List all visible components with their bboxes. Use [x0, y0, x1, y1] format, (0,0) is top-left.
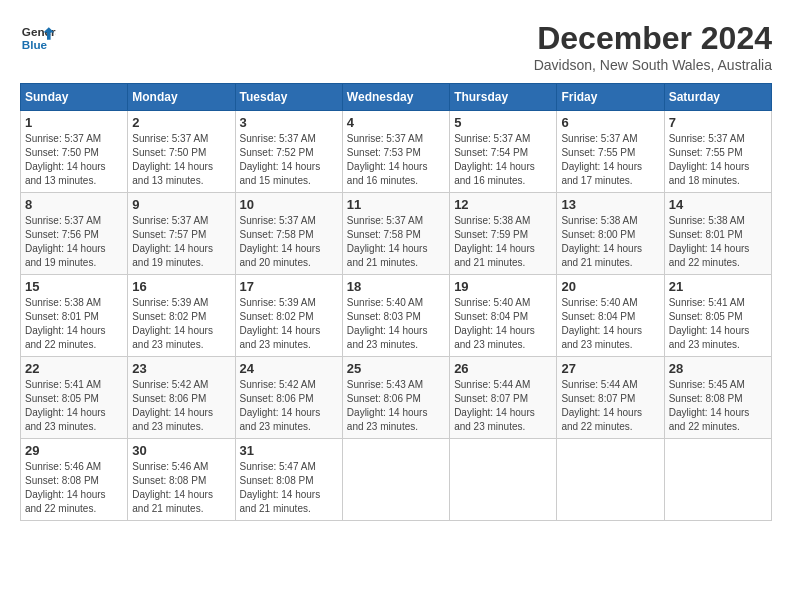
calendar-cell: [557, 439, 664, 521]
header: General Blue December 2024 Davidson, New…: [20, 20, 772, 73]
calendar-header-row: Sunday Monday Tuesday Wednesday Thursday…: [21, 84, 772, 111]
day-info: Sunrise: 5:37 AMSunset: 7:58 PMDaylight:…: [240, 214, 338, 270]
day-number: 11: [347, 197, 445, 212]
day-number: 28: [669, 361, 767, 376]
header-sunday: Sunday: [21, 84, 128, 111]
calendar-cell: 5 Sunrise: 5:37 AMSunset: 7:54 PMDayligh…: [450, 111, 557, 193]
day-info: Sunrise: 5:37 AMSunset: 7:55 PMDaylight:…: [669, 132, 767, 188]
day-info: Sunrise: 5:37 AMSunset: 7:55 PMDaylight:…: [561, 132, 659, 188]
day-number: 12: [454, 197, 552, 212]
calendar-cell: 4 Sunrise: 5:37 AMSunset: 7:53 PMDayligh…: [342, 111, 449, 193]
header-friday: Friday: [557, 84, 664, 111]
day-info: Sunrise: 5:40 AMSunset: 8:04 PMDaylight:…: [561, 296, 659, 352]
calendar-table: Sunday Monday Tuesday Wednesday Thursday…: [20, 83, 772, 521]
calendar-cell: 1 Sunrise: 5:37 AMSunset: 7:50 PMDayligh…: [21, 111, 128, 193]
day-number: 7: [669, 115, 767, 130]
day-number: 24: [240, 361, 338, 376]
day-number: 23: [132, 361, 230, 376]
calendar-cell: 22 Sunrise: 5:41 AMSunset: 8:05 PMDaylig…: [21, 357, 128, 439]
calendar-cell: 9 Sunrise: 5:37 AMSunset: 7:57 PMDayligh…: [128, 193, 235, 275]
day-info: Sunrise: 5:39 AMSunset: 8:02 PMDaylight:…: [240, 296, 338, 352]
day-info: Sunrise: 5:38 AMSunset: 8:01 PMDaylight:…: [25, 296, 123, 352]
day-info: Sunrise: 5:42 AMSunset: 8:06 PMDaylight:…: [240, 378, 338, 434]
svg-text:Blue: Blue: [22, 38, 48, 51]
day-info: Sunrise: 5:37 AMSunset: 7:53 PMDaylight:…: [347, 132, 445, 188]
calendar-cell: 16 Sunrise: 5:39 AMSunset: 8:02 PMDaylig…: [128, 275, 235, 357]
header-monday: Monday: [128, 84, 235, 111]
day-number: 1: [25, 115, 123, 130]
header-thursday: Thursday: [450, 84, 557, 111]
day-number: 18: [347, 279, 445, 294]
calendar-cell: 7 Sunrise: 5:37 AMSunset: 7:55 PMDayligh…: [664, 111, 771, 193]
day-number: 17: [240, 279, 338, 294]
day-info: Sunrise: 5:45 AMSunset: 8:08 PMDaylight:…: [669, 378, 767, 434]
calendar-cell: 2 Sunrise: 5:37 AMSunset: 7:50 PMDayligh…: [128, 111, 235, 193]
calendar-cell: 3 Sunrise: 5:37 AMSunset: 7:52 PMDayligh…: [235, 111, 342, 193]
day-number: 14: [669, 197, 767, 212]
day-info: Sunrise: 5:37 AMSunset: 7:56 PMDaylight:…: [25, 214, 123, 270]
day-info: Sunrise: 5:43 AMSunset: 8:06 PMDaylight:…: [347, 378, 445, 434]
day-info: Sunrise: 5:38 AMSunset: 8:01 PMDaylight:…: [669, 214, 767, 270]
day-info: Sunrise: 5:47 AMSunset: 8:08 PMDaylight:…: [240, 460, 338, 516]
day-number: 16: [132, 279, 230, 294]
day-number: 10: [240, 197, 338, 212]
calendar-cell: 14 Sunrise: 5:38 AMSunset: 8:01 PMDaylig…: [664, 193, 771, 275]
header-tuesday: Tuesday: [235, 84, 342, 111]
calendar-cell: 28 Sunrise: 5:45 AMSunset: 8:08 PMDaylig…: [664, 357, 771, 439]
calendar-cell: 31 Sunrise: 5:47 AMSunset: 8:08 PMDaylig…: [235, 439, 342, 521]
calendar-cell: 18 Sunrise: 5:40 AMSunset: 8:03 PMDaylig…: [342, 275, 449, 357]
day-number: 27: [561, 361, 659, 376]
day-number: 20: [561, 279, 659, 294]
calendar-cell: 6 Sunrise: 5:37 AMSunset: 7:55 PMDayligh…: [557, 111, 664, 193]
logo-icon: General Blue: [20, 20, 56, 56]
calendar-cell: 10 Sunrise: 5:37 AMSunset: 7:58 PMDaylig…: [235, 193, 342, 275]
day-number: 22: [25, 361, 123, 376]
day-info: Sunrise: 5:40 AMSunset: 8:03 PMDaylight:…: [347, 296, 445, 352]
day-info: Sunrise: 5:40 AMSunset: 8:04 PMDaylight:…: [454, 296, 552, 352]
calendar-cell: 11 Sunrise: 5:37 AMSunset: 7:58 PMDaylig…: [342, 193, 449, 275]
calendar-week-row: 22 Sunrise: 5:41 AMSunset: 8:05 PMDaylig…: [21, 357, 772, 439]
calendar-cell: 12 Sunrise: 5:38 AMSunset: 7:59 PMDaylig…: [450, 193, 557, 275]
calendar-cell: 27 Sunrise: 5:44 AMSunset: 8:07 PMDaylig…: [557, 357, 664, 439]
day-info: Sunrise: 5:42 AMSunset: 8:06 PMDaylight:…: [132, 378, 230, 434]
logo: General Blue: [20, 20, 56, 56]
header-saturday: Saturday: [664, 84, 771, 111]
day-number: 4: [347, 115, 445, 130]
day-info: Sunrise: 5:37 AMSunset: 7:57 PMDaylight:…: [132, 214, 230, 270]
day-number: 21: [669, 279, 767, 294]
day-info: Sunrise: 5:37 AMSunset: 7:58 PMDaylight:…: [347, 214, 445, 270]
day-info: Sunrise: 5:37 AMSunset: 7:50 PMDaylight:…: [132, 132, 230, 188]
day-number: 30: [132, 443, 230, 458]
month-title: December 2024: [534, 20, 772, 57]
calendar-cell: 17 Sunrise: 5:39 AMSunset: 8:02 PMDaylig…: [235, 275, 342, 357]
calendar-week-row: 15 Sunrise: 5:38 AMSunset: 8:01 PMDaylig…: [21, 275, 772, 357]
day-info: Sunrise: 5:41 AMSunset: 8:05 PMDaylight:…: [25, 378, 123, 434]
calendar-cell: 15 Sunrise: 5:38 AMSunset: 8:01 PMDaylig…: [21, 275, 128, 357]
day-info: Sunrise: 5:38 AMSunset: 8:00 PMDaylight:…: [561, 214, 659, 270]
day-number: 29: [25, 443, 123, 458]
day-number: 8: [25, 197, 123, 212]
calendar-cell: 19 Sunrise: 5:40 AMSunset: 8:04 PMDaylig…: [450, 275, 557, 357]
day-number: 26: [454, 361, 552, 376]
day-info: Sunrise: 5:39 AMSunset: 8:02 PMDaylight:…: [132, 296, 230, 352]
calendar-week-row: 29 Sunrise: 5:46 AMSunset: 8:08 PMDaylig…: [21, 439, 772, 521]
day-info: Sunrise: 5:37 AMSunset: 7:54 PMDaylight:…: [454, 132, 552, 188]
day-info: Sunrise: 5:37 AMSunset: 7:52 PMDaylight:…: [240, 132, 338, 188]
calendar-week-row: 8 Sunrise: 5:37 AMSunset: 7:56 PMDayligh…: [21, 193, 772, 275]
day-number: 3: [240, 115, 338, 130]
day-number: 25: [347, 361, 445, 376]
day-number: 13: [561, 197, 659, 212]
day-info: Sunrise: 5:46 AMSunset: 8:08 PMDaylight:…: [132, 460, 230, 516]
day-info: Sunrise: 5:38 AMSunset: 7:59 PMDaylight:…: [454, 214, 552, 270]
day-info: Sunrise: 5:44 AMSunset: 8:07 PMDaylight:…: [454, 378, 552, 434]
calendar-cell: 26 Sunrise: 5:44 AMSunset: 8:07 PMDaylig…: [450, 357, 557, 439]
title-area: December 2024 Davidson, New South Wales,…: [534, 20, 772, 73]
calendar-cell: 24 Sunrise: 5:42 AMSunset: 8:06 PMDaylig…: [235, 357, 342, 439]
calendar-cell: 30 Sunrise: 5:46 AMSunset: 8:08 PMDaylig…: [128, 439, 235, 521]
calendar-cell: 8 Sunrise: 5:37 AMSunset: 7:56 PMDayligh…: [21, 193, 128, 275]
day-info: Sunrise: 5:44 AMSunset: 8:07 PMDaylight:…: [561, 378, 659, 434]
day-number: 15: [25, 279, 123, 294]
calendar-cell: 21 Sunrise: 5:41 AMSunset: 8:05 PMDaylig…: [664, 275, 771, 357]
day-number: 2: [132, 115, 230, 130]
day-info: Sunrise: 5:37 AMSunset: 7:50 PMDaylight:…: [25, 132, 123, 188]
